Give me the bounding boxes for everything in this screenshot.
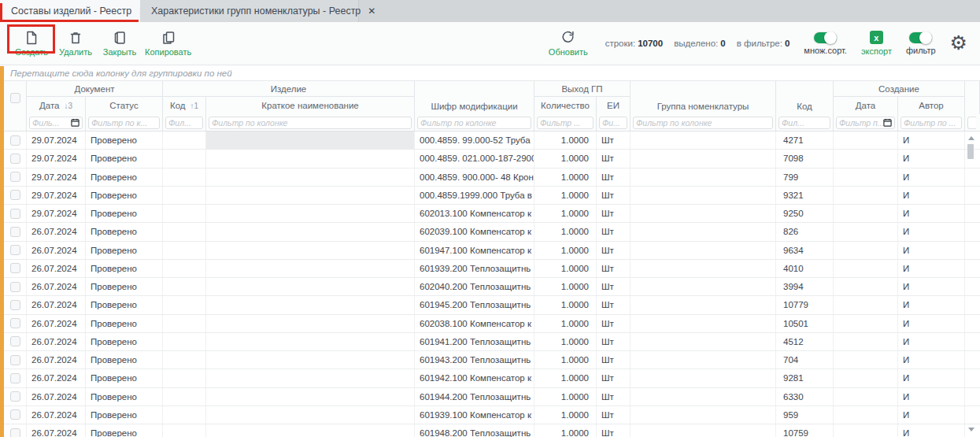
column-header-date[interactable]: Дата ↓3 — [27, 97, 86, 114]
table-row[interactable]: 26.07.2024 Проверено 601939.100 Компенса… — [4, 406, 980, 424]
filter-input-created-date[interactable] — [839, 118, 883, 128]
table-row[interactable]: 26.07.2024 Проверено 602039.100 Компенса… — [4, 223, 980, 241]
multisort-toggle[interactable]: множ.сорт. — [804, 32, 847, 55]
cell-status: Проверено — [86, 242, 163, 259]
cell-quantity: 1.0000 — [534, 187, 597, 204]
row-checkbox[interactable] — [10, 318, 20, 328]
filter-input-author[interactable] — [904, 118, 959, 128]
calendar-icon[interactable] — [71, 118, 80, 127]
table-row[interactable]: 26.07.2024 Проверено 601939.200 Теплозащ… — [4, 260, 980, 278]
export-button[interactable]: x экспорт — [861, 31, 892, 56]
column-header-modification[interactable]: Шифр модификации — [415, 81, 534, 114]
rows-count: строки:10700 — [605, 39, 663, 48]
filter-input-partial — [967, 117, 976, 129]
cell-status: Проверено — [86, 169, 163, 186]
column-header-item-code[interactable]: Код ↑1 — [163, 97, 206, 114]
column-header-unit[interactable]: ЕИ — [597, 97, 631, 114]
table-row[interactable]: 26.07.2024 Проверено 601948.200 Теплозащ… — [4, 424, 980, 437]
cell-short-name — [206, 187, 415, 204]
row-checkbox[interactable] — [10, 373, 20, 383]
row-checkbox[interactable] — [10, 190, 20, 200]
column-header-author[interactable]: Автор — [898, 97, 965, 114]
row-checkbox[interactable] — [10, 227, 20, 237]
cell-nom-group — [631, 131, 776, 149]
row-checkbox[interactable] — [10, 245, 20, 255]
table-row[interactable]: 26.07.2024 Проверено 601943.200 Теплозащ… — [4, 351, 980, 369]
tab-sostavy-izdeliy[interactable]: Составы изделий - Реестр ✕ — [0, 0, 140, 22]
cell-modification: 601944.200 Теплозащитнь — [415, 388, 534, 406]
tab-close-icon[interactable]: ✕ — [368, 6, 375, 17]
scrollbar-thumb[interactable] — [967, 144, 974, 159]
cell-date: 26.07.2024 — [27, 223, 86, 240]
filter-input-date[interactable] — [32, 118, 71, 128]
column-header-nom-group[interactable]: Группа номенклатуры — [631, 81, 776, 114]
row-checkbox[interactable] — [10, 282, 20, 292]
filter-input-short-name[interactable] — [212, 118, 409, 128]
column-header-code[interactable]: Код — [776, 81, 834, 114]
column-header-created-date[interactable]: Дата — [834, 97, 898, 114]
tab-harakteristiki-grupp[interactable]: Характеристики групп номенклатуры - Реес… — [140, 0, 359, 22]
filter-toggle[interactable]: фильтр — [906, 32, 936, 55]
filter-input-status[interactable] — [91, 118, 157, 128]
row-checkbox[interactable] — [10, 355, 20, 365]
cell-date: 26.07.2024 — [27, 242, 86, 259]
filter-input-code[interactable] — [782, 118, 827, 128]
toolbar-right: Обновить строки:10700 выделено:0 в фильт… — [545, 30, 967, 57]
cell-date: 29.07.2024 — [27, 131, 86, 149]
gear-icon[interactable]: ⚙ — [950, 35, 967, 51]
select-all-checkbox[interactable] — [10, 93, 20, 103]
table-row[interactable]: 26.07.2024 Проверено 602040.200 Теплозащ… — [4, 278, 980, 296]
cell-quantity: 1.0000 — [534, 131, 597, 149]
cell-short-name — [206, 315, 415, 332]
row-checkbox[interactable] — [10, 154, 20, 164]
table-row[interactable]: 26.07.2024 Проверено 602038.100 Компенса… — [4, 315, 980, 333]
table-row[interactable]: 29.07.2024 Проверено 000.4859. 021.000-1… — [4, 150, 980, 168]
cell-created-date — [834, 351, 898, 368]
cell-short-name — [206, 278, 415, 295]
row-checkbox[interactable] — [10, 336, 20, 346]
filter-input-item-code[interactable] — [168, 118, 200, 128]
cell-item-code — [163, 242, 206, 259]
cell-code: 10759 — [776, 424, 834, 437]
refresh-button[interactable]: Обновить — [545, 30, 591, 57]
filter-input-modification[interactable] — [420, 118, 528, 128]
table-row[interactable]: 29.07.2024 Проверено 000.4859. 99.000-52… — [4, 131, 980, 150]
table-row[interactable]: 26.07.2024 Проверено 601942.100 Компенса… — [4, 369, 980, 387]
cell-status: Проверено — [86, 131, 163, 149]
row-checkbox[interactable] — [10, 428, 20, 437]
cell-status: Проверено — [86, 223, 163, 240]
calendar-icon[interactable] — [883, 118, 892, 127]
table-row[interactable]: 26.07.2024 Проверено 601945.200 Теплозащ… — [4, 296, 980, 314]
cell-modification: 000.4859.1999.000 Труба в — [415, 187, 534, 204]
close-button[interactable]: Закрыть — [98, 30, 142, 57]
scroll-up-icon[interactable] — [968, 136, 974, 140]
table-row[interactable]: 26.07.2024 Проверено 601941.200 Теплозащ… — [4, 333, 980, 351]
row-checkbox[interactable] — [10, 172, 20, 182]
table-row[interactable]: 29.07.2024 Проверено 602013.100 Компенса… — [4, 205, 980, 223]
row-checkbox[interactable] — [10, 263, 20, 273]
row-checkbox[interactable] — [10, 300, 20, 310]
row-checkbox[interactable] — [10, 409, 20, 420]
table-row[interactable]: 29.07.2024 Проверено 000.4859. 900.000- … — [4, 169, 980, 187]
cell-nom-group — [631, 187, 776, 204]
row-checkbox[interactable] — [10, 391, 20, 402]
table-row[interactable]: 29.07.2024 Проверено 000.4859.1999.000 Т… — [4, 187, 980, 205]
scroll-down-icon[interactable] — [968, 428, 974, 431]
column-header-status[interactable]: Статус — [86, 97, 163, 114]
cell-modification: 601941.200 Теплозащитнь — [415, 333, 534, 350]
column-header-short-name[interactable]: Краткое наименование — [206, 97, 415, 114]
filter-input-quantity[interactable] — [540, 118, 590, 128]
column-header-quantity[interactable]: Количество — [534, 97, 597, 114]
row-checkbox[interactable] — [10, 135, 20, 146]
delete-button[interactable]: Удалить — [54, 30, 98, 57]
filter-input-nom-group[interactable] — [636, 118, 770, 128]
cell-item-code — [163, 333, 206, 350]
table-row[interactable]: 26.07.2024 Проверено 601947.100 Компенса… — [4, 242, 980, 260]
group-by-dropzone[interactable]: Перетащите сюда колонку для группировки … — [0, 65, 980, 81]
row-checkbox[interactable] — [10, 209, 20, 219]
vertical-scrollbar[interactable] — [966, 132, 975, 437]
filter-input-unit[interactable] — [602, 118, 624, 128]
copy-button[interactable]: Копировать — [142, 30, 194, 57]
create-button[interactable]: Создать — [9, 30, 54, 57]
table-row[interactable]: 26.07.2024 Проверено 601944.200 Теплозащ… — [4, 388, 980, 406]
